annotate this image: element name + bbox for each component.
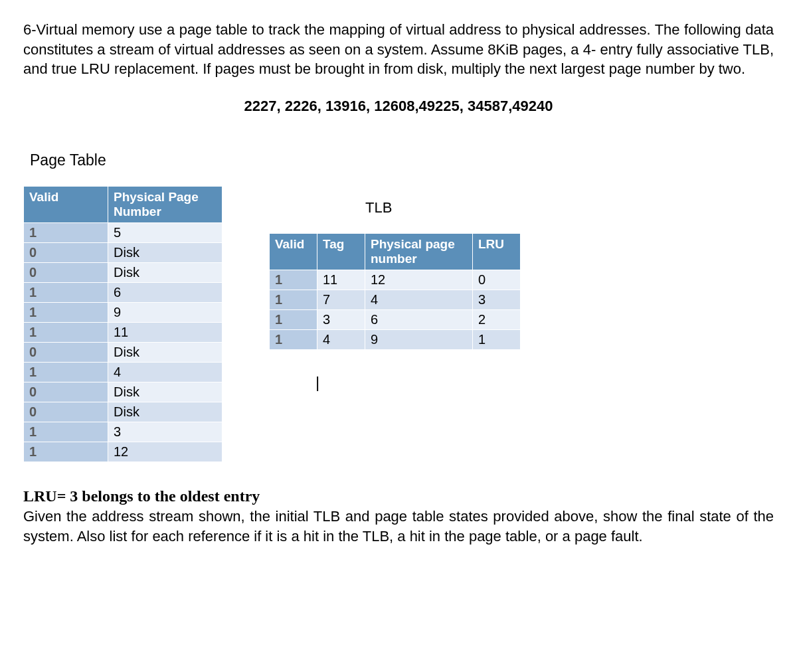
tlb-table: Valid Tag Physical page number LRU 1 11 …: [269, 233, 521, 350]
text-cursor: |: [315, 373, 521, 392]
pt-ppn: 4: [108, 363, 222, 382]
tlb-ppn: 6: [365, 310, 473, 330]
table-row: 15: [24, 223, 222, 243]
tlb-header-valid: Valid: [270, 234, 317, 270]
pt-valid: 1: [24, 363, 108, 382]
table-row: 1 3 6 2: [270, 310, 521, 330]
table-row: 0Disk: [24, 263, 222, 283]
tlb-lru: 2: [473, 310, 521, 330]
pt-ppn: 3: [108, 422, 222, 442]
pt-valid: 0: [24, 402, 108, 422]
pt-ppn: Disk: [108, 382, 222, 402]
tlb-label: TLB: [365, 199, 521, 216]
tlb-tag: 11: [317, 270, 365, 290]
page-table-wrapper: Valid Physical Page Number 15 0Disk 0Dis…: [23, 186, 222, 462]
table-row: 0Disk: [24, 243, 222, 263]
question-intro: 6-Virtual memory use a page table to tra…: [23, 20, 774, 79]
pt-valid: 0: [24, 263, 108, 283]
pt-valid: 0: [24, 343, 108, 363]
tlb-lru: 0: [473, 270, 521, 290]
tlb-tag: 3: [317, 310, 365, 330]
pt-ppn: 11: [108, 323, 222, 343]
pt-ppn: Disk: [108, 263, 222, 283]
table-row: 19: [24, 303, 222, 323]
tlb-wrapper: TLB Valid Tag Physical page number LRU 1…: [269, 186, 521, 392]
pt-ppn: 9: [108, 303, 222, 323]
address-stream: 2227, 2226, 13916, 12608,49225, 34587,49…: [143, 98, 654, 115]
table-row: 16: [24, 283, 222, 303]
page-table-label: Page Table: [23, 151, 774, 169]
pt-valid: 0: [24, 243, 108, 263]
pt-valid: 1: [24, 323, 108, 343]
pt-ppn: 12: [108, 442, 222, 462]
pt-valid: 1: [24, 283, 108, 303]
pt-ppn: Disk: [108, 243, 222, 263]
tlb-valid: 1: [270, 290, 317, 310]
tables-container: Valid Physical Page Number 15 0Disk 0Dis…: [23, 186, 774, 462]
table-row: 0Disk: [24, 382, 222, 402]
tlb-valid: 1: [270, 330, 317, 350]
pt-ppn: 5: [108, 223, 222, 243]
table-row: 0Disk: [24, 402, 222, 422]
pt-valid: 1: [24, 223, 108, 243]
pt-valid: 1: [24, 422, 108, 442]
page-table: Valid Physical Page Number 15 0Disk 0Dis…: [23, 186, 222, 462]
pt-header-ppn: Physical Page Number: [108, 187, 222, 223]
tlb-lru: 3: [473, 290, 521, 310]
footer-bold: LRU= 3 belongs to the oldest entry: [23, 487, 260, 505]
table-row: 0Disk: [24, 343, 222, 363]
tlb-valid: 1: [270, 270, 317, 290]
footer-rest: Given the address stream shown, the init…: [23, 508, 774, 545]
tlb-tag: 7: [317, 290, 365, 310]
table-row: 14: [24, 363, 222, 382]
tlb-ppn: 4: [365, 290, 473, 310]
tlb-ppn: 9: [365, 330, 473, 350]
pt-valid: 0: [24, 382, 108, 402]
table-row: 13: [24, 422, 222, 442]
tlb-lru: 1: [473, 330, 521, 350]
table-row: 1 11 12 0: [270, 270, 521, 290]
tlb-tag: 4: [317, 330, 365, 350]
table-row: 112: [24, 442, 222, 462]
pt-ppn: Disk: [108, 402, 222, 422]
tlb-header-ppn: Physical page number: [365, 234, 473, 270]
pt-ppn: Disk: [108, 343, 222, 363]
footer-text: LRU= 3 belongs to the oldest entry Given…: [23, 485, 774, 546]
tlb-valid: 1: [270, 310, 317, 330]
pt-header-valid: Valid: [24, 187, 108, 223]
tlb-ppn: 12: [365, 270, 473, 290]
table-row: 1 7 4 3: [270, 290, 521, 310]
tlb-header-tag: Tag: [317, 234, 365, 270]
table-row: 111: [24, 323, 222, 343]
pt-valid: 1: [24, 303, 108, 323]
tlb-header-lru: LRU: [473, 234, 521, 270]
pt-valid: 1: [24, 442, 108, 462]
table-row: 1 4 9 1: [270, 330, 521, 350]
pt-ppn: 6: [108, 283, 222, 303]
